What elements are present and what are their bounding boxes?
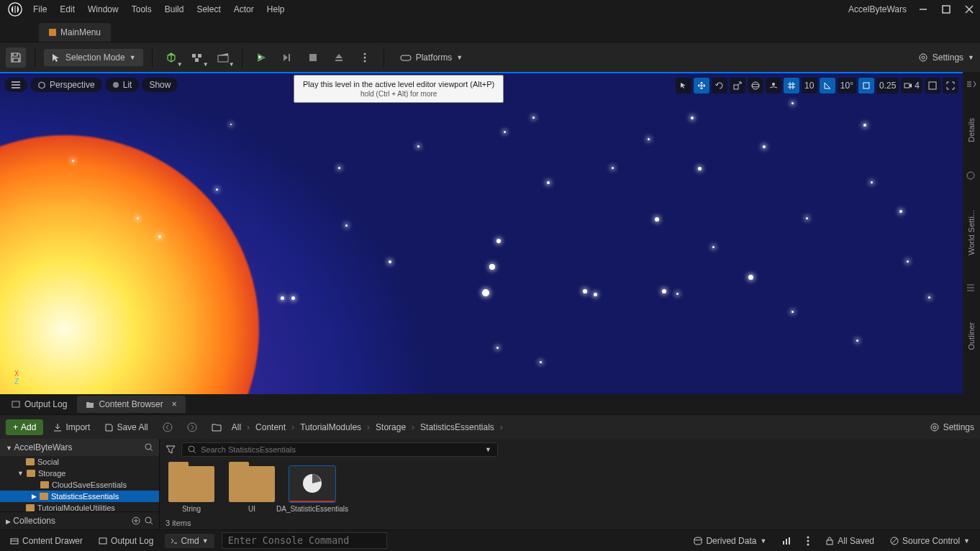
tab-output-log[interactable]: Output Log: [3, 396, 76, 413]
bc-stats[interactable]: StatisticsEssentials: [420, 422, 494, 432]
maximize-icon[interactable]: [941, 4, 951, 14]
collections-row[interactable]: ▶ Collections: [0, 511, 159, 529]
minimize-icon[interactable]: [918, 4, 928, 14]
add-button[interactable]: + Add: [6, 419, 43, 435]
translate-tool[interactable]: [694, 78, 709, 94]
svg-point-21: [752, 84, 759, 87]
stats-button[interactable]: [778, 534, 795, 547]
viewport-layout[interactable]: [925, 78, 940, 94]
tree-storage[interactable]: ▼Storage: [0, 468, 159, 479]
content-drawer-button[interactable]: Content Drawer: [6, 534, 87, 548]
history-back[interactable]: [158, 420, 177, 434]
output-log-button[interactable]: Output Log: [94, 534, 158, 548]
surface-snap-toggle[interactable]: [766, 78, 781, 94]
menu-window[interactable]: Window: [88, 4, 119, 14]
scale-snap-toggle[interactable]: [858, 78, 874, 94]
asset-string-folder[interactable]: String: [165, 466, 217, 513]
search-input[interactable]: ▼: [181, 442, 498, 457]
camera-speed[interactable]: 4: [901, 78, 922, 94]
rotate-tool[interactable]: [712, 78, 727, 94]
tree-statistics[interactable]: ▶StatisticsEssentials: [0, 491, 159, 502]
add-content-button[interactable]: ▼: [161, 47, 181, 68]
select-tool[interactable]: [676, 78, 691, 94]
tab-content-browser[interactable]: Content Browser ×: [77, 396, 185, 413]
rail-world-settings[interactable]: World Setti...: [967, 210, 976, 255]
console-input[interactable]: [222, 532, 387, 549]
bc-content[interactable]: Content: [255, 422, 286, 432]
search-icon[interactable]: [145, 443, 153, 452]
all-saved-indicator[interactable]: All Saved: [821, 534, 879, 548]
grid-snap-toggle[interactable]: [784, 78, 799, 94]
camera-icon: [904, 82, 912, 89]
stop-button[interactable]: [303, 47, 323, 68]
show-dropdown[interactable]: Show: [142, 78, 178, 92]
platforms-dropdown[interactable]: Platforms ▼: [393, 48, 471, 67]
tab-mainmenu[interactable]: MainMenu: [39, 23, 111, 42]
menu-select[interactable]: Select: [196, 4, 220, 14]
scale-tool[interactable]: [730, 78, 745, 94]
chevron-down-icon[interactable]: ▼: [485, 446, 491, 453]
cinematics-button[interactable]: ▼: [213, 47, 233, 68]
menu-file[interactable]: File: [33, 4, 47, 14]
more-button[interactable]: [802, 534, 814, 548]
filter-icon[interactable]: [165, 445, 176, 455]
lit-dropdown[interactable]: Lit: [105, 78, 140, 92]
play-options-button[interactable]: [355, 47, 375, 68]
rail-outliner[interactable]: Outliner: [967, 322, 976, 350]
angle-snap-value[interactable]: 10°: [838, 78, 856, 94]
play-skip-button[interactable]: [277, 47, 297, 68]
document-tabbar: MainMenu: [0, 19, 980, 42]
menu-actor[interactable]: Actor: [234, 4, 254, 14]
scale-snap-value[interactable]: 0.25: [876, 78, 899, 94]
menu-tools[interactable]: Tools: [132, 4, 152, 14]
asset-ui-folder[interactable]: UI: [226, 466, 278, 513]
blueprint-button[interactable]: ▼: [187, 47, 207, 68]
expand-rail-icon[interactable]: [966, 79, 976, 89]
breadcrumb-folder[interactable]: [207, 421, 226, 434]
level-viewport[interactable]: Play this level in the active level edit…: [0, 72, 963, 394]
bc-all[interactable]: All: [232, 422, 241, 432]
save-button[interactable]: [6, 47, 26, 68]
search-field[interactable]: [201, 445, 481, 454]
svg-point-14: [922, 56, 925, 59]
status-bar: Content Drawer Output Log Cmd ▼ Derived …: [0, 529, 980, 551]
cmd-dropdown[interactable]: Cmd ▼: [165, 534, 214, 548]
grid-snap-value[interactable]: 10: [802, 78, 817, 94]
save-all-button[interactable]: Save All: [100, 420, 152, 434]
import-button[interactable]: Import: [49, 420, 94, 434]
viewport-menu-button[interactable]: [4, 78, 27, 92]
coord-space-toggle[interactable]: [748, 78, 763, 94]
console-field[interactable]: [228, 535, 381, 546]
menu-build[interactable]: Build: [165, 4, 184, 14]
tree-social[interactable]: Social: [0, 456, 159, 468]
bc-tutorial[interactable]: TutorialModules: [300, 422, 361, 432]
history-forward[interactable]: [183, 420, 201, 434]
pointer-icon: [680, 82, 687, 89]
menu-help[interactable]: Help: [267, 4, 285, 14]
tree-cloudsave[interactable]: CloudSaveEssentials: [0, 479, 159, 491]
close-icon[interactable]: [964, 4, 974, 14]
play-button[interactable]: [251, 47, 271, 68]
source-control-button[interactable]: Source Control ▼: [886, 534, 974, 548]
close-tab-icon[interactable]: ×: [172, 399, 177, 409]
bc-storage[interactable]: Storage: [376, 422, 406, 432]
derived-data-button[interactable]: Derived Data ▼: [689, 534, 771, 548]
eject-button[interactable]: [329, 47, 349, 68]
folder-icon: [26, 458, 35, 465]
perspective-dropdown[interactable]: Perspective: [30, 78, 102, 92]
terminal-icon: [171, 537, 178, 545]
cb-settings-button[interactable]: Settings: [930, 422, 974, 432]
add-collection-icon[interactable]: [132, 516, 140, 525]
search-icon[interactable]: [145, 516, 153, 525]
selection-mode-dropdown[interactable]: Selection Mode ▼: [44, 49, 143, 66]
rail-details[interactable]: Details: [967, 118, 976, 142]
viewport-maximize[interactable]: [943, 78, 958, 94]
tree-root[interactable]: ▼ AccelByteWars: [0, 439, 159, 456]
angle-snap-toggle[interactable]: [820, 78, 835, 94]
cursor-overlay-icon: [258, 54, 265, 61]
tab-label: MainMenu: [60, 27, 101, 37]
menu-edit[interactable]: Edit: [60, 4, 75, 14]
settings-dropdown[interactable]: Settings ▼: [918, 53, 974, 63]
asset-da-statistic[interactable]: DA_StatisticEssentials: [286, 466, 338, 513]
tree-tutorialutil[interactable]: TutorialModuleUtilities: [0, 502, 159, 511]
